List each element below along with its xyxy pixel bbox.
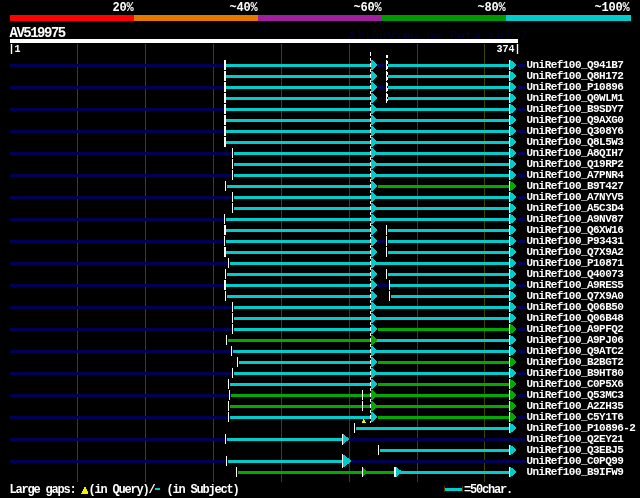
- svg-text:374|: 374|: [496, 44, 520, 55]
- svg-text:AV519975: AV519975: [10, 25, 66, 41]
- svg-text:~40%: ~40%: [229, 1, 258, 15]
- svg-text:~60%: ~60%: [353, 1, 382, 15]
- svg-text:|1: |1: [9, 44, 21, 55]
- svg-text:20%: 20%: [112, 1, 134, 15]
- svg-text:(in Subject): (in Subject): [161, 483, 239, 497]
- svg-text:~100%: ~100%: [594, 1, 630, 15]
- svg-text:=50char.: =50char.: [464, 483, 512, 497]
- svg-text:~80%: ~80%: [477, 1, 506, 15]
- svg-text:Large gaps:: Large gaps:: [10, 483, 76, 497]
- svg-text:UniRef100_B9IFW9: UniRef100_B9IFW9: [527, 466, 624, 478]
- svg-text:(in Query)/: (in Query)/: [89, 483, 156, 497]
